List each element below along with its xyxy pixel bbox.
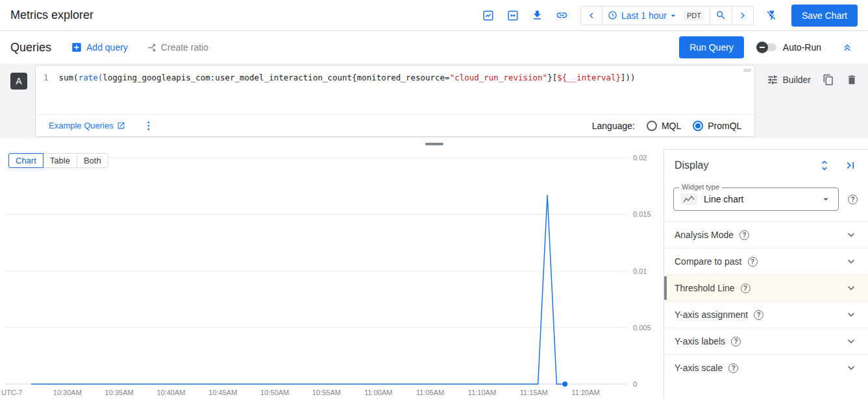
- widget-type-row: Widget type Line chart: [664, 180, 868, 221]
- unfold-more-icon[interactable]: [817, 158, 832, 173]
- page-title: Metrics explorer: [10, 8, 93, 22]
- download-icon[interactable]: [527, 5, 548, 26]
- code-token: monitored_resource: [357, 73, 445, 82]
- language-label: Language:: [592, 121, 635, 131]
- view-tab-chart[interactable]: Chart: [8, 153, 43, 168]
- widget-type-dropdown[interactable]: Widget type Line chart: [673, 187, 839, 211]
- help-icon[interactable]: [748, 257, 758, 267]
- expand-icon[interactable]: [502, 5, 523, 26]
- timezone-badge: PDT: [684, 10, 704, 21]
- display-section-analysis-mode[interactable]: Analysis Mode: [664, 221, 868, 248]
- code-editor[interactable]: 1 sum(rate(logging_googleapis_com:user_m…: [36, 66, 754, 114]
- resize-handle[interactable]: [425, 143, 443, 145]
- editor-scrollbar[interactable]: [743, 69, 751, 72]
- help-icon[interactable]: [848, 195, 858, 204]
- time-range-selector[interactable]: Last 1 hour PDT: [602, 6, 710, 25]
- save-chart-button[interactable]: Save Chart: [791, 5, 858, 27]
- add-box-icon: [71, 42, 82, 53]
- delete-icon[interactable]: [846, 74, 858, 86]
- display-section-y-axis-scale[interactable]: Y-axis scale: [664, 354, 868, 381]
- display-section-compare-to-past[interactable]: Compare to past: [664, 248, 868, 274]
- line-chart-icon: [680, 193, 697, 205]
- create-ratio-button[interactable]: Create ratio: [146, 42, 208, 53]
- add-query-button[interactable]: Add query: [71, 42, 128, 53]
- chevron-left-icon: [586, 10, 597, 21]
- link-icon[interactable]: [552, 5, 573, 26]
- chevron-down-icon: [845, 361, 858, 374]
- language-option-promql[interactable]: PromQL: [693, 121, 741, 131]
- view-tab-table[interactable]: Table: [43, 153, 77, 168]
- code-token: ])): [621, 73, 636, 82]
- create-ratio-label: Create ratio: [161, 42, 208, 53]
- x-axis-label: 10:55AM: [312, 389, 341, 396]
- metrics-explorer-app: Metrics explorer Last 1 hour: [0, 0, 868, 399]
- chevron-down-icon: [845, 308, 858, 321]
- code-token: =: [445, 73, 450, 82]
- dashboard-icon[interactable]: [478, 5, 499, 26]
- y-axis-label: 0.02: [633, 154, 647, 162]
- line-chart[interactable]: 00.0050.010.0150.0210:30AM10:35AM10:40AM…: [0, 149, 663, 399]
- display-section-threshold-line[interactable]: Threshold Line: [664, 274, 868, 301]
- code-line[interactable]: sum(rate(logging_googleapis_com:user_mod…: [59, 72, 636, 84]
- display-panel-header: Display: [664, 150, 868, 180]
- chevron-down-icon: [845, 255, 858, 268]
- time-back-button[interactable]: [581, 6, 602, 25]
- display-section-y-axis-assignment[interactable]: Y-axis assignment: [664, 301, 868, 328]
- collapse-queries-icon[interactable]: [837, 37, 858, 58]
- section-label: Y-axis assignment: [675, 309, 748, 320]
- run-query-button[interactable]: Run Query: [679, 36, 744, 58]
- line-number: 1: [43, 72, 49, 84]
- query-editor-section: A 1 sum(rate(logging_googleapis_com:user…: [0, 64, 868, 138]
- auto-run-toggle[interactable]: Auto-Run: [758, 42, 821, 53]
- x-axis-label: 10:50AM: [260, 389, 289, 396]
- language-options: MQLPromQL: [635, 121, 741, 131]
- ratio-split-icon: [146, 42, 157, 53]
- caret-down-icon: [820, 193, 832, 205]
- queries-title: Queries: [10, 41, 51, 54]
- query-letter-badge: A: [10, 73, 27, 90]
- editor-side-actions: Builder: [767, 64, 858, 86]
- results-area: ChartTableBoth 00.0050.010.0150.0210:30A…: [0, 149, 868, 399]
- copy-icon[interactable]: [823, 74, 834, 86]
- x-axis-label: 11:20AM: [572, 389, 600, 396]
- help-icon[interactable]: [731, 337, 741, 346]
- builder-button[interactable]: Builder: [767, 74, 811, 86]
- collapse-panel-icon[interactable]: [843, 158, 858, 173]
- language-option-label: PromQL: [708, 121, 741, 131]
- more-options-icon[interactable]: [143, 119, 154, 132]
- toggle-track-icon: [758, 43, 776, 51]
- header-actions: Last 1 hour PDT Save Chart: [478, 5, 858, 27]
- tune-icon: [767, 74, 778, 86]
- auto-refresh-off-icon[interactable]: [762, 5, 782, 26]
- language-option-mql[interactable]: MQL: [647, 121, 681, 131]
- language-selector: Language: MQLPromQL: [592, 121, 742, 131]
- time-range-control: Last 1 hour PDT: [580, 6, 754, 25]
- radio-icon: [647, 121, 657, 131]
- top-header: Metrics explorer Last 1 hour: [0, 0, 868, 31]
- y-axis-label: 0.015: [633, 210, 651, 218]
- y-axis-label: 0: [633, 380, 637, 388]
- section-label: Threshold Line: [675, 283, 735, 293]
- display-title: Display: [675, 160, 708, 171]
- x-axis-label: 10:30AM: [53, 389, 82, 396]
- x-axis-label: 11:05AM: [416, 389, 444, 396]
- view-tab-both[interactable]: Both: [77, 153, 108, 168]
- add-query-label: Add query: [86, 42, 128, 53]
- time-forward-button[interactable]: [732, 6, 753, 25]
- display-panel: Display Widget type Line chart: [663, 149, 868, 399]
- help-icon[interactable]: [739, 230, 749, 240]
- display-sections: Analysis ModeCompare to pastThreshold Li…: [664, 221, 868, 381]
- display-section-y-axis-labels[interactable]: Y-axis labels: [664, 328, 868, 354]
- builder-label: Builder: [782, 75, 811, 85]
- time-search-button[interactable]: [710, 6, 732, 25]
- timezone-label: UTC-7: [1, 389, 22, 396]
- help-icon[interactable]: [741, 284, 750, 293]
- auto-run-label: Auto-Run: [783, 42, 821, 53]
- example-queries-link[interactable]: Example Queries: [49, 121, 125, 130]
- help-icon[interactable]: [754, 310, 763, 320]
- y-axis-label: 0.005: [633, 324, 651, 332]
- x-axis-label: 10:40AM: [156, 389, 185, 396]
- section-label: Y-axis scale: [675, 363, 723, 373]
- help-icon[interactable]: [728, 363, 738, 373]
- section-label: Y-axis labels: [675, 336, 725, 346]
